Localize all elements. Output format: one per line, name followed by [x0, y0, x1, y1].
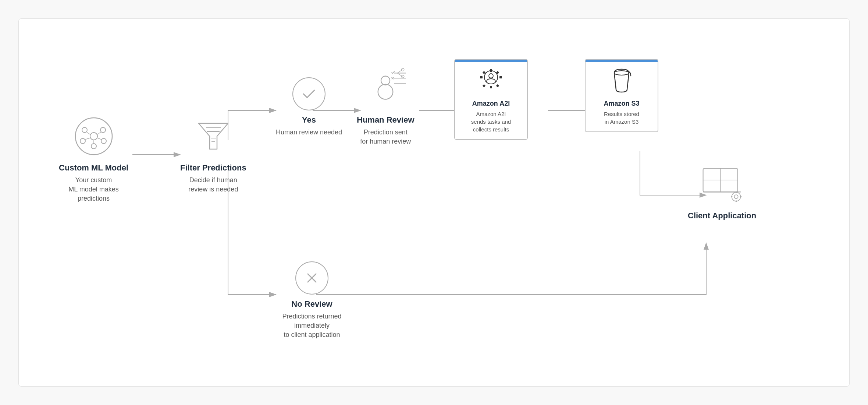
filter-icon [191, 114, 235, 158]
svg-point-33 [484, 71, 498, 84]
svg-point-31 [402, 68, 404, 71]
svg-point-9 [80, 138, 85, 144]
svg-point-22 [378, 84, 393, 99]
yes-subtitle: Human review needed [276, 128, 342, 137]
a2i-subtitle: Amazon A2I sends tasks and collects resu… [471, 110, 511, 133]
amazon-s3-node: Amazon S3 Results stored in Amazon S3 [585, 59, 658, 132]
svg-point-23 [381, 76, 390, 85]
human-review-title: Human Review [357, 115, 415, 126]
custom-ml-subtitle: Your custom ML model makes predictions [68, 176, 118, 204]
yes-node: Yes Human review needed [276, 77, 342, 137]
svg-rect-51 [736, 201, 737, 202]
svg-rect-35 [490, 86, 492, 88]
client-app-title: Client Application [688, 211, 756, 221]
no-review-subtitle: Predictions returned immediately to clie… [275, 312, 349, 340]
client-app-node: Client Application [688, 162, 756, 221]
svg-line-14 [85, 138, 91, 140]
filter-subtitle: Decide if human review is needed [188, 176, 238, 194]
a2i-box: Amazon A2I Amazon A2I sends tasks and co… [454, 59, 528, 140]
svg-point-10 [101, 138, 106, 144]
svg-marker-17 [199, 123, 228, 149]
svg-point-7 [82, 127, 87, 133]
diagram: Custom ML Model Your custom ML model mak… [48, 37, 820, 368]
svg-rect-50 [736, 191, 737, 193]
ml-model-icon [72, 114, 116, 158]
custom-ml-node: Custom ML Model Your custom ML model mak… [59, 114, 128, 203]
svg-point-11 [91, 144, 96, 149]
svg-point-32 [402, 75, 404, 78]
svg-rect-53 [740, 196, 741, 197]
svg-line-12 [87, 132, 91, 135]
client-app-icon [700, 162, 744, 206]
svg-rect-37 [499, 76, 502, 78]
human-review-icon [363, 66, 408, 110]
s3-box: Amazon S3 Results stored in Amazon S3 [585, 59, 658, 132]
s3-title: Amazon S3 [604, 99, 639, 108]
svg-point-49 [734, 195, 738, 198]
svg-line-13 [97, 132, 101, 135]
svg-point-6 [90, 133, 97, 140]
human-review-node: Human Review Prediction sent for human r… [357, 66, 415, 146]
svg-rect-36 [480, 76, 483, 78]
svg-rect-40 [483, 84, 485, 87]
svg-point-42 [489, 74, 493, 78]
amazon-a2i-node: Amazon A2I Amazon A2I sends tasks and co… [454, 59, 528, 140]
filter-node: Filter Predictions Decide if human revie… [180, 114, 246, 194]
svg-rect-34 [490, 69, 492, 72]
yes-circle [292, 77, 326, 110]
human-review-subtitle: Prediction sent for human review [360, 128, 411, 146]
svg-line-15 [97, 138, 102, 140]
svg-rect-41 [496, 84, 499, 87]
no-review-node: No Review Predictions returned immediate… [275, 261, 349, 339]
diagram-container: Custom ML Model Your custom ML model mak… [18, 18, 850, 387]
svg-rect-52 [731, 196, 732, 197]
no-review-title: No Review [291, 299, 332, 310]
yes-title: Yes [302, 115, 316, 126]
a2i-title: Amazon A2I [472, 99, 510, 108]
svg-point-48 [732, 192, 741, 201]
no-review-circle [295, 261, 328, 295]
s3-subtitle: Results stored in Amazon S3 [604, 110, 639, 126]
svg-point-8 [100, 127, 106, 133]
filter-title: Filter Predictions [180, 163, 246, 173]
custom-ml-title: Custom ML Model [59, 163, 128, 173]
